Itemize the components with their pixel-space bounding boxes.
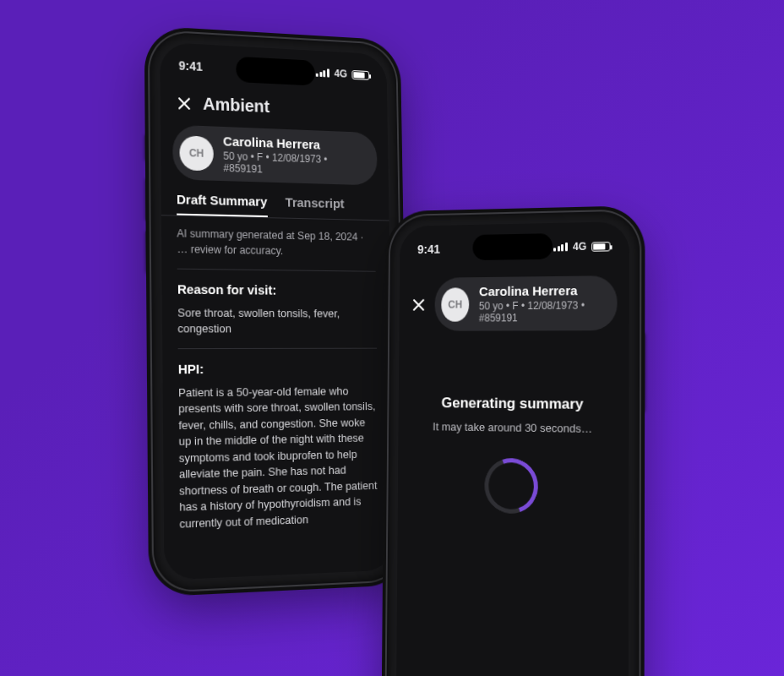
dynamic-island (236, 57, 315, 86)
close-icon[interactable] (411, 296, 427, 313)
patient-meta: 50 yo • F • 12/08/1973 • #859191 (479, 299, 605, 324)
divider (178, 347, 377, 348)
patient-card[interactable]: CH Carolina Herrera 50 yo • F • 12/08/19… (434, 275, 617, 331)
phone-right: 9:41 4G CH (386, 210, 640, 676)
signal-icon (553, 243, 568, 251)
app-ambient-summary: Ambient CH Carolina Herrera 50 yo • F • … (160, 42, 395, 581)
status-network: 4G (335, 68, 347, 80)
patient-name: Carolina Herrera (479, 282, 605, 298)
side-button-silence (145, 135, 149, 161)
status-network: 4G (573, 241, 586, 254)
screen-left: 9:41 4G Ambient CH (160, 42, 395, 581)
screen-right: 9:41 4G CH (395, 221, 629, 676)
section-body-reason: Sore throat, swollen tonsils, fever, con… (177, 305, 377, 337)
side-button-volume-up (145, 178, 150, 221)
tab-transcript[interactable]: Transcript (286, 194, 345, 219)
dynamic-island (472, 233, 553, 260)
avatar: CH (441, 287, 469, 321)
status-time: 9:41 (417, 243, 440, 256)
patient-meta: 50 yo • F • 12/08/1973 • #859191 (223, 150, 366, 178)
avatar: CH (179, 135, 213, 171)
side-button-volume-down (146, 231, 150, 273)
close-icon[interactable] (176, 94, 193, 112)
battery-icon (351, 70, 369, 80)
patient-card[interactable]: CH Carolina Herrera 50 yo • F • 12/08/19… (172, 125, 378, 186)
loading-title: Generating summary (441, 395, 583, 413)
spinner-icon (476, 449, 547, 523)
section-heading-reason: Reason for visit: (177, 280, 376, 300)
section-heading-hpi: HPI: (178, 358, 378, 378)
status-time: 9:41 (179, 58, 203, 74)
page-title: Ambient (203, 94, 270, 117)
phone-left: 9:41 4G Ambient CH (150, 31, 405, 592)
side-button-power (641, 333, 645, 412)
app-header: CH Carolina Herrera 50 yo • F • 12/08/19… (399, 272, 629, 340)
stage: 9:41 4G Ambient CH (0, 0, 784, 676)
loading-panel: Generating summary It may take around 30… (398, 395, 629, 517)
app-ambient-loading: CH Carolina Herrera 50 yo • F • 12/08/19… (395, 221, 629, 676)
tabs: Draft Summary Transcript (161, 189, 389, 220)
tab-draft-summary[interactable]: Draft Summary (177, 192, 268, 217)
divider (177, 268, 376, 271)
signal-icon (316, 68, 329, 78)
battery-icon (591, 242, 610, 252)
loading-subtitle: It may take around 30 seconds… (433, 420, 592, 435)
section-body-hpi: Patient is a 50-year-old female who pres… (178, 384, 379, 532)
patient-name: Carolina Herrera (223, 134, 366, 153)
ai-note-info: AI summary generated at Sep 18, 2024 · …… (177, 226, 375, 260)
